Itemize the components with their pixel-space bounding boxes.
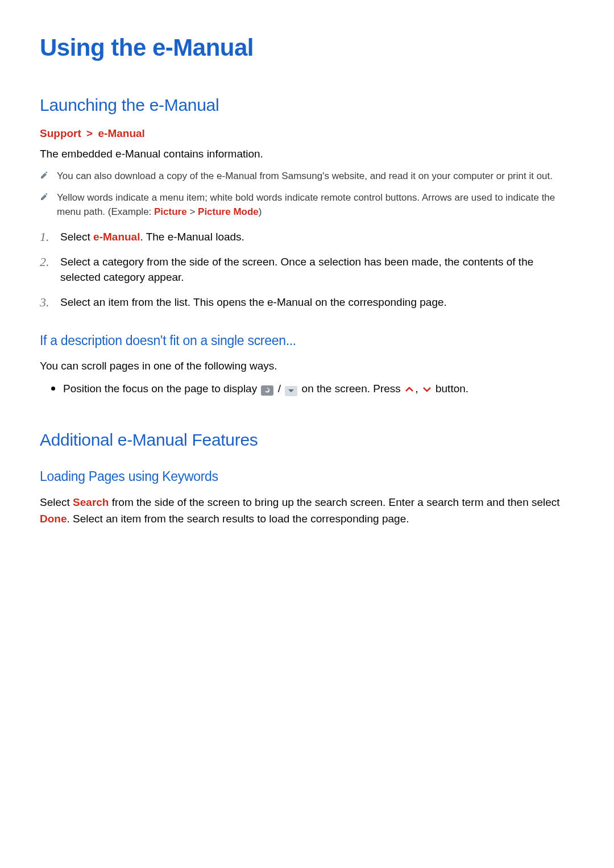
menu-item-emanual: e-Manual xyxy=(93,231,140,243)
keywords-pre: Select xyxy=(40,496,73,508)
step-number: 2 xyxy=(40,255,51,269)
step-text: Select a category from the side of the s… xyxy=(60,255,574,285)
bullet-text: Position the focus on the page to displa… xyxy=(63,381,468,397)
note-list: You can also download a copy of the e-Ma… xyxy=(40,169,574,219)
intro-text: The embedded e-Manual contains informati… xyxy=(40,147,574,161)
keywords-mid: from the side of the screen to bring up … xyxy=(109,496,559,508)
bullet-comma: , xyxy=(415,383,421,394)
bullet-item: Position the focus on the page to displa… xyxy=(51,381,574,397)
menu-path-picture: Picture xyxy=(154,206,187,217)
page-title: Using the e-Manual xyxy=(40,34,574,61)
step-text: Select e-Manual. The e-Manual loads. xyxy=(60,230,244,245)
step-item: 2 Select a category from the side of the… xyxy=(40,255,574,285)
bullet-post2: button. xyxy=(433,383,468,394)
note-item: You can also download a copy of the e-Ma… xyxy=(40,169,574,184)
step-pre: Select xyxy=(60,231,93,243)
step-item: 1 Select e-Manual. The e-Manual loads. xyxy=(40,230,574,245)
step-number: 1 xyxy=(40,230,51,244)
note-separator: > xyxy=(187,206,198,217)
keywords-paragraph: Select Search from the side of the scree… xyxy=(40,495,574,527)
menu-item-done: Done xyxy=(40,513,67,525)
subsection-text: You can scroll pages in one of the follo… xyxy=(40,359,574,373)
chevron-up-icon xyxy=(405,383,414,397)
note-item: Yellow words indicate a menu item; white… xyxy=(40,191,574,219)
breadcrumb-separator: > xyxy=(84,127,95,139)
subsection-heading-keywords: Loading Pages using Keywords xyxy=(40,469,574,484)
pencil-icon xyxy=(40,171,49,182)
step-item: 3 Select an item from the list. This ope… xyxy=(40,295,574,310)
section-heading-launching: Launching the e-Manual xyxy=(40,95,574,115)
note-text: You can also download a copy of the e-Ma… xyxy=(57,169,553,184)
pencil-icon xyxy=(40,192,49,203)
menu-path-picture-mode: Picture Mode xyxy=(198,206,259,217)
note-post: ) xyxy=(259,206,262,217)
steps-list: 1 Select e-Manual. The e-Manual loads. 2… xyxy=(40,230,574,310)
step-post: . The e-Manual loads. xyxy=(140,231,244,243)
menu-item-search: Search xyxy=(73,496,109,508)
section-heading-additional: Additional e-Manual Features xyxy=(40,430,574,450)
bullet-dot-icon xyxy=(51,387,55,391)
bullet-post1: on the screen. Press xyxy=(298,383,404,394)
note-pre: Yellow words indicate a menu item; white… xyxy=(57,192,555,217)
return-key-icon xyxy=(261,385,273,396)
bullet-mid: / xyxy=(275,383,284,394)
keywords-post: . Select an item from the search results… xyxy=(67,513,409,525)
bullet-list: Position the focus on the page to displa… xyxy=(40,381,574,397)
scroll-down-key-icon xyxy=(285,386,297,396)
chevron-down-icon xyxy=(422,383,432,397)
breadcrumb-item-emanual: e-Manual xyxy=(98,127,145,139)
note-text: Yellow words indicate a menu item; white… xyxy=(57,191,574,219)
subsection-heading-singlescreen: If a description doesn't fit on a single… xyxy=(40,333,574,348)
step-text: Select an item from the list. This opens… xyxy=(60,295,447,310)
breadcrumb-item-support: Support xyxy=(40,127,81,139)
step-number: 3 xyxy=(40,295,51,310)
breadcrumb: Support > e-Manual xyxy=(40,127,574,140)
bullet-pre: Position the focus on the page to displa… xyxy=(63,383,260,394)
